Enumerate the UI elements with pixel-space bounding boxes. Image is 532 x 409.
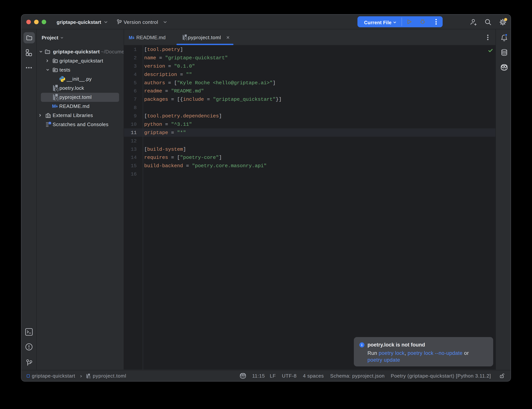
svg-text:M: M — [129, 35, 133, 40]
svg-text:M: M — [52, 104, 56, 109]
